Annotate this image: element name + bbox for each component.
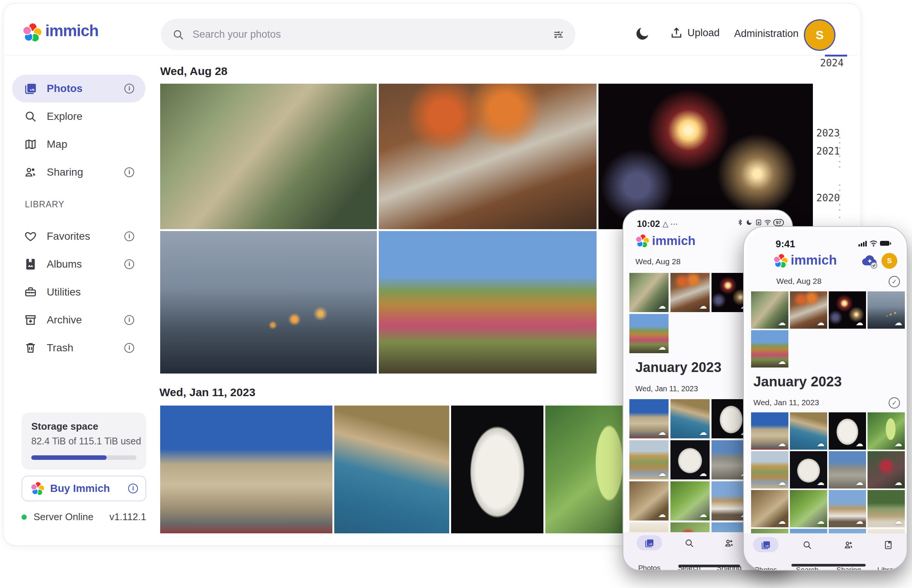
photo-thumbnail[interactable]: ☁ bbox=[751, 451, 788, 488]
photo-thumbnail[interactable]: ☁ bbox=[790, 451, 827, 488]
select-all-check-icon[interactable]: ✓ bbox=[889, 276, 900, 287]
photo-thumbnail[interactable] bbox=[451, 405, 544, 533]
photo-thumbnail[interactable]: ☁ bbox=[868, 451, 905, 488]
timeline-year[interactable]: 2020 bbox=[816, 192, 840, 204]
administration-link[interactable]: Administration bbox=[734, 28, 799, 40]
storage-progress-fill bbox=[31, 456, 107, 460]
administration-label: Administration bbox=[734, 28, 799, 40]
sidebar-item-utilities[interactable]: Utilities bbox=[12, 278, 145, 306]
wifi-icon bbox=[764, 219, 772, 226]
photo-thumbnail[interactable]: ☁ bbox=[670, 273, 710, 312]
cloud-backup-icon[interactable] bbox=[861, 252, 879, 270]
photo-thumbnail[interactable]: ☁ bbox=[790, 291, 827, 329]
upload-button[interactable]: Upload bbox=[670, 26, 720, 39]
cloud-sync-icon: ☁ bbox=[699, 510, 707, 519]
wifi-icon bbox=[869, 240, 878, 247]
photo-thumbnail[interactable] bbox=[160, 84, 377, 229]
photos-icon bbox=[644, 538, 654, 548]
photo-thumbnail[interactable] bbox=[334, 405, 449, 533]
search-filters-icon[interactable] bbox=[553, 29, 564, 40]
month-heading: January 2023 bbox=[635, 360, 721, 375]
date-group-heading: Wed, Aug 28 bbox=[160, 65, 227, 78]
select-all-check-icon[interactable]: ✓ bbox=[889, 397, 900, 409]
photo-thumbnail[interactable]: ☁ bbox=[670, 440, 710, 480]
battery-icon bbox=[880, 241, 891, 247]
photo-thumbnail[interactable]: ☁ bbox=[670, 399, 710, 438]
sidebar-item-sharing[interactable]: Sharing i bbox=[12, 158, 145, 186]
user-avatar[interactable]: S bbox=[804, 19, 836, 51]
photo-thumbnail[interactable] bbox=[379, 231, 597, 373]
timeline-year[interactable]: 2024 bbox=[820, 57, 844, 69]
nav-tab-library[interactable]: Library bbox=[871, 540, 905, 571]
photo-thumbnail[interactable] bbox=[599, 84, 813, 229]
photo-thumbnail[interactable] bbox=[160, 231, 377, 373]
photo-thumbnail[interactable]: ☁ bbox=[630, 273, 668, 312]
home-indicator[interactable] bbox=[791, 564, 866, 567]
photo-thumbnail[interactable]: ☁ bbox=[868, 490, 905, 527]
sidebar-item-albums[interactable]: Albums i bbox=[12, 250, 145, 278]
photo-thumbnail[interactable]: ☁ bbox=[790, 412, 827, 450]
date-group-heading: Wed, Aug 28 bbox=[776, 277, 822, 286]
nav-tab-photos[interactable]: Photos bbox=[749, 540, 783, 571]
server-online-dot bbox=[21, 515, 27, 520]
timeline-year[interactable]: 2021 bbox=[816, 145, 840, 157]
photo-thumbnail[interactable]: ☁ bbox=[868, 291, 905, 329]
photo-thumbnail[interactable]: ☁ bbox=[829, 451, 866, 488]
status-notification-icons: △ ⋯ bbox=[662, 220, 678, 228]
photo-thumbnail[interactable]: ☁ bbox=[751, 490, 788, 527]
photo-thumbnail[interactable]: ☁ bbox=[868, 412, 905, 450]
sidebar-item-explore[interactable]: Explore bbox=[12, 103, 145, 131]
sidebar-item-label: Explore bbox=[47, 110, 82, 123]
month-heading: January 2023 bbox=[753, 374, 842, 390]
timeline-dot bbox=[839, 137, 840, 138]
photo-thumbnail[interactable] bbox=[160, 405, 333, 533]
date-group-heading: Wed, Aug 28 bbox=[635, 257, 681, 266]
sharing-people-icon bbox=[24, 166, 37, 179]
info-icon[interactable]: i bbox=[128, 484, 138, 493]
photo-thumbnail[interactable]: ☁ bbox=[829, 490, 866, 527]
explore-search-icon bbox=[24, 110, 37, 123]
storage-title: Storage space bbox=[31, 421, 98, 432]
timeline-position-indicator[interactable] bbox=[825, 55, 847, 57]
photo-thumbnail[interactable]: ☁ bbox=[790, 490, 827, 527]
photo-thumbnail[interactable]: ☁ bbox=[829, 291, 866, 329]
sidebar-item-favorites[interactable]: Favorites i bbox=[12, 222, 145, 250]
photo-thumbnail[interactable]: ☁ bbox=[630, 314, 668, 353]
sidebar-item-archive[interactable]: Archive i bbox=[12, 306, 145, 334]
info-icon[interactable]: i bbox=[124, 259, 134, 269]
sidebar-item-trash[interactable]: Trash i bbox=[12, 334, 145, 362]
photo-thumbnail[interactable]: ☁ bbox=[751, 330, 788, 367]
immich-wordmark: immich bbox=[652, 234, 696, 248]
sidebar-item-photos[interactable]: Photos i bbox=[12, 74, 145, 103]
timeline-dot bbox=[839, 209, 840, 211]
info-icon[interactable]: i bbox=[124, 315, 134, 325]
immich-wordmark[interactable]: immich bbox=[45, 22, 98, 40]
header-divider bbox=[5, 55, 858, 55]
home-indicator[interactable] bbox=[678, 565, 740, 567]
nav-tab-photos[interactable]: Photos bbox=[633, 538, 666, 571]
buy-immich-button[interactable]: Buy Immich i bbox=[21, 476, 146, 501]
cloud-sync-icon: ☁ bbox=[817, 517, 825, 526]
photo-thumbnail[interactable]: ☁ bbox=[630, 399, 668, 438]
info-icon[interactable]: i bbox=[124, 167, 134, 177]
info-icon[interactable]: i bbox=[124, 343, 134, 353]
photo-thumbnail[interactable]: ☁ bbox=[829, 412, 866, 450]
user-avatar[interactable]: S bbox=[881, 253, 897, 269]
photo-thumbnail[interactable]: ☁ bbox=[670, 481, 710, 520]
immich-logo-icon[interactable] bbox=[23, 23, 42, 42]
photo-thumbnail[interactable] bbox=[379, 84, 597, 229]
timeline-year[interactable]: 2023 bbox=[816, 128, 840, 139]
sidebar-item-map[interactable]: Map bbox=[12, 131, 145, 158]
utilities-toolbox-icon bbox=[24, 286, 37, 299]
dark-mode-moon-icon[interactable] bbox=[634, 26, 651, 42]
sharing-people-icon bbox=[724, 538, 734, 548]
search-input[interactable]: Search your photos bbox=[161, 19, 575, 50]
nav-tab-label: Photos bbox=[633, 564, 666, 571]
info-icon[interactable]: i bbox=[124, 84, 134, 94]
photo-thumbnail[interactable]: ☁ bbox=[751, 291, 788, 329]
timeline-dot bbox=[839, 156, 840, 157]
photo-thumbnail[interactable]: ☁ bbox=[630, 481, 668, 520]
photo-thumbnail[interactable]: ☁ bbox=[630, 440, 668, 480]
photo-thumbnail[interactable]: ☁ bbox=[751, 412, 788, 450]
info-icon[interactable]: i bbox=[124, 231, 134, 241]
